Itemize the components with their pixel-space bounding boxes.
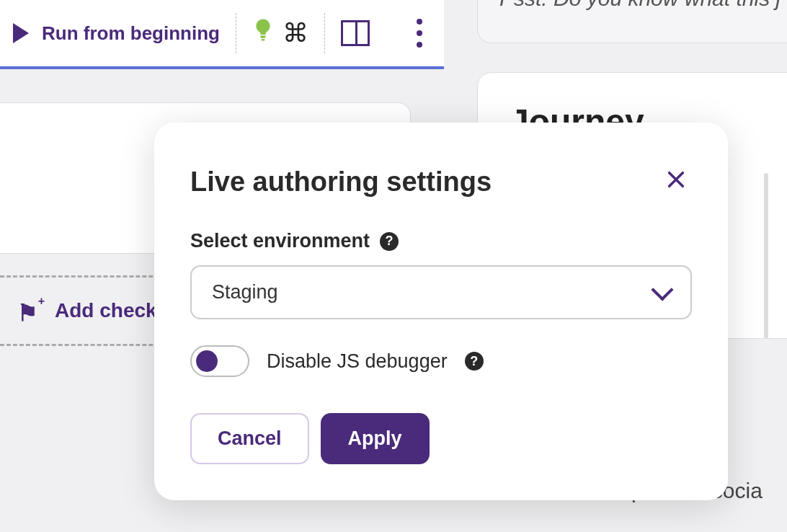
command-icon[interactable]: ⌘	[283, 18, 308, 48]
apply-label: Apply	[348, 427, 402, 449]
flag-plus-icon	[17, 299, 40, 322]
play-icon	[13, 23, 29, 43]
help-icon[interactable]: ?	[465, 352, 484, 371]
help-icon[interactable]: ?	[380, 232, 399, 251]
divider	[236, 13, 236, 53]
disable-js-label: Disable JS debugger	[267, 350, 448, 373]
disable-js-row: Disable JS debugger ?	[190, 345, 692, 377]
run-button-label: Run from beginning	[42, 22, 220, 45]
select-env-text: Select environment	[190, 230, 370, 252]
select-environment-label: Select environment ?	[190, 230, 692, 252]
split-panel-icon[interactable]	[341, 20, 370, 46]
modal-title: Live authoring settings	[190, 167, 492, 198]
cancel-button[interactable]: Cancel	[190, 413, 309, 464]
modal-header: Live authoring settings	[190, 166, 692, 198]
close-icon[interactable]	[660, 166, 692, 198]
svg-rect-1	[262, 39, 265, 40]
environment-value: Staging	[212, 281, 278, 303]
environment-select-wrap: Staging	[190, 265, 692, 319]
svg-rect-0	[260, 35, 265, 38]
modal-button-row: Cancel Apply	[190, 413, 692, 464]
toggle-knob	[196, 350, 218, 372]
chevron-down-icon	[651, 278, 673, 301]
cancel-label: Cancel	[218, 427, 282, 449]
more-menu-icon[interactable]	[408, 19, 431, 48]
run-from-beginning-button[interactable]: Run from beginning	[13, 22, 220, 45]
lightbulb-icon[interactable]	[252, 17, 274, 50]
divider	[324, 13, 325, 53]
environment-select[interactable]: Staging	[190, 265, 692, 319]
live-authoring-settings-modal: Live authoring settings Select environme…	[154, 123, 728, 500]
add-check-label: Add check	[55, 299, 157, 322]
apply-button[interactable]: Apply	[321, 413, 430, 464]
disable-js-toggle[interactable]	[190, 345, 249, 377]
hint-text: Psst. Do you know what this j	[499, 0, 781, 11]
hint-card: Psst. Do you know what this j	[477, 0, 787, 43]
top-toolbar: Run from beginning ⌘	[0, 0, 444, 69]
right-scrollbar[interactable]	[764, 173, 768, 339]
